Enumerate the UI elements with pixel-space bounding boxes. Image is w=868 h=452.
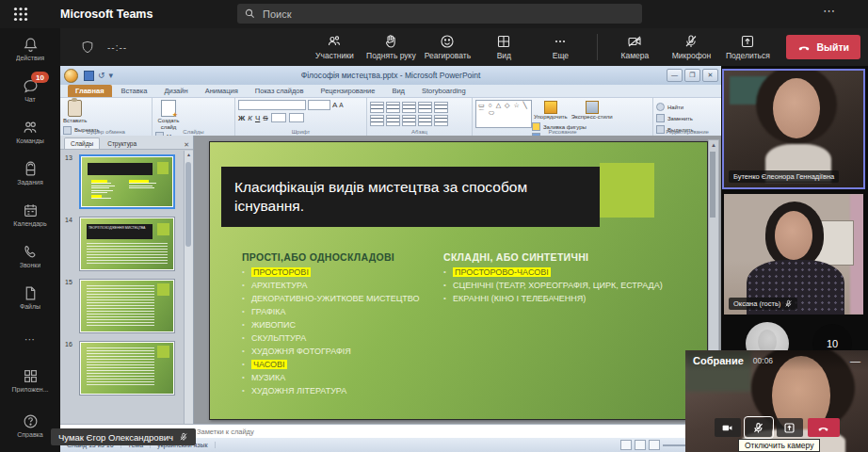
tab-storyboarding[interactable]: Storyboarding (414, 85, 474, 97)
new-slide-button[interactable]: Создать слайд (155, 100, 182, 130)
mini-share-button[interactable] (777, 418, 803, 437)
camera-tooltip: Отключить камеру (738, 439, 820, 452)
search-input[interactable] (261, 8, 635, 21)
mini-mic-button[interactable] (746, 418, 772, 437)
underline-button[interactable]: Ч (255, 114, 260, 122)
topbar-more-icon[interactable]: ⋯ (823, 4, 836, 18)
panel-tab-slides[interactable]: Слайды (64, 137, 100, 149)
columns-button[interactable] (434, 115, 448, 126)
more-actions-button[interactable]: Еще (533, 29, 587, 65)
highlight-color-button[interactable] (289, 113, 304, 122)
minimize-icon[interactable]: — (850, 355, 860, 366)
sidebar-item-calendar[interactable]: Календарь (0, 194, 60, 235)
video-tile-oksana[interactable]: Оксана (гость) (724, 194, 863, 315)
participants-button[interactable]: Участники (307, 29, 362, 65)
align-left-button[interactable] (370, 115, 384, 126)
slides-group: Создать слайд Макет Восстановить Удалить… (153, 98, 235, 136)
replace-button[interactable]: Заменить (656, 114, 718, 122)
mini-meeting-timer: 00:06 (753, 356, 773, 365)
indent-increase-button[interactable] (418, 102, 432, 113)
line-spacing-button[interactable] (434, 102, 448, 113)
drawing-group: ▭ ○ △ ◇ ☆ ╲ ⌒ ⬭ Упорядочить Экспресс-сти… (473, 98, 653, 136)
slide-editing-area: Класифікація видів мистецтва за способом… (194, 136, 721, 424)
justify-button[interactable] (418, 115, 432, 126)
view-button[interactable]: Вид (476, 29, 531, 65)
slide-thumbnail-14[interactable]: 14 ТЕОРІЇ ПОХОДЖЕННЯ МИСТЕЦТВА (79, 217, 175, 271)
quick-styles-button[interactable]: Экспресс-стили (571, 101, 613, 120)
sidebar-item-more[interactable]: ⋯ (0, 318, 60, 360)
sidebar-item-apps[interactable]: Приложен... (0, 360, 60, 401)
share-button[interactable]: Поделиться (720, 29, 775, 65)
italic-button[interactable]: К (248, 114, 252, 122)
tab-home[interactable]: Главная (68, 85, 112, 97)
tab-view[interactable]: Вид (384, 85, 412, 97)
sidebar-item-assignments[interactable]: Задания (0, 153, 60, 194)
office-button[interactable] (64, 69, 78, 83)
tab-review[interactable]: Рецензирование (313, 85, 382, 97)
font-color-button[interactable] (271, 113, 286, 122)
raise-hand-button[interactable]: Поднять руку (363, 29, 418, 65)
indent-decrease-button[interactable] (402, 102, 416, 113)
find-button[interactable]: Найти (656, 103, 718, 111)
paste-button[interactable]: Вставить (63, 100, 87, 124)
slide-thumbnail-panel: Слайды Структура ✕ 13 (60, 136, 194, 424)
mini-meeting-title: Собрание (693, 355, 744, 366)
quick-styles-icon (586, 101, 599, 114)
search-box[interactable] (237, 4, 642, 24)
normal-view-button[interactable] (620, 440, 632, 450)
shield-icon[interactable] (81, 40, 94, 54)
list-item: СЦЕНІЧНІ (ТЕАТР, ХОРЕОГРАФІЯ, ЦИРК, ЕСТР… (443, 279, 679, 292)
app-launcher-waffle-icon[interactable] (13, 7, 28, 22)
ellipsis-icon (553, 34, 568, 49)
sorter-view-button[interactable] (635, 440, 646, 450)
mini-hangup-button[interactable] (808, 418, 840, 437)
panel-tab-outline[interactable]: Структура (102, 138, 142, 149)
tab-design[interactable]: Дизайн (156, 85, 195, 97)
screen: Microsoft Teams ⋯ Действия 10 Чат Команд… (0, 0, 868, 452)
grow-font-button[interactable]: А (332, 101, 337, 109)
sidebar-item-activity[interactable]: Действия (0, 28, 60, 70)
align-center-button[interactable] (386, 115, 400, 126)
sidebar-item-files[interactable]: Файлы (0, 277, 60, 318)
mic-button[interactable]: Микрофон (664, 29, 718, 65)
camera-button[interactable]: Камера (607, 29, 662, 65)
bullets-button[interactable] (370, 102, 384, 113)
panel-close-icon[interactable]: ✕ (184, 141, 189, 149)
view-grid-icon (496, 34, 511, 49)
slide-thumbnail-13[interactable]: 13 (79, 154, 175, 209)
thumbnail-scrollbar[interactable]: ▲ (184, 151, 193, 424)
list-item: ЖИВОПИС (242, 318, 436, 331)
bold-button[interactable]: Ж (238, 114, 245, 122)
align-right-button[interactable] (402, 115, 416, 126)
slide-thumbnail-15[interactable]: 15 (79, 279, 175, 333)
slideshow-view-button[interactable] (649, 440, 660, 450)
sidebar-item-teams[interactable]: Команды (0, 111, 60, 153)
arrange-button[interactable]: Упорядочить (534, 101, 568, 120)
sidebar-item-calls[interactable]: Звонки (0, 235, 60, 277)
camera-off-icon (627, 34, 642, 49)
font-size-select[interactable] (308, 100, 330, 110)
slide-thumbnail-16[interactable]: 16 (79, 341, 175, 396)
paragraph-group: Абзац (367, 98, 473, 136)
mini-camera-button[interactable] (715, 418, 741, 437)
tab-animation[interactable]: Анимация (198, 85, 246, 97)
react-button[interactable]: Реагировать (420, 29, 474, 65)
save-button[interactable] (84, 71, 94, 81)
leave-button[interactable]: Выйти (786, 35, 860, 59)
shrink-font-button[interactable]: А (339, 102, 343, 108)
sidebar-item-chat[interactable]: 10 Чат (0, 70, 60, 111)
numbering-button[interactable] (386, 102, 400, 113)
strikethrough-button[interactable]: S (263, 114, 267, 122)
current-slide[interactable]: Класифікація видів мистецтва за способом… (209, 141, 708, 420)
font-name-select[interactable] (238, 100, 306, 110)
mini-meeting-window[interactable]: Собрание 00:06 — Отключить камеру (685, 350, 868, 452)
tab-insert[interactable]: Вставка (114, 85, 155, 97)
tab-slideshow[interactable]: Показ слайдов (248, 85, 312, 97)
qat-dropdown-icon[interactable]: ▾ (109, 71, 114, 80)
undo-button[interactable]: ↺ (98, 71, 105, 80)
shapes-gallery[interactable]: ▭ ○ △ ◇ ☆ ╲ ⌒ ⬭ (475, 100, 532, 128)
video-tile-butenko[interactable]: Бутенко Єлеонора Геннадіївна (722, 69, 865, 189)
close-button[interactable]: ✕ (702, 69, 718, 82)
restore-button[interactable]: ❐ (684, 69, 700, 82)
minimize-button[interactable]: — (667, 69, 683, 82)
